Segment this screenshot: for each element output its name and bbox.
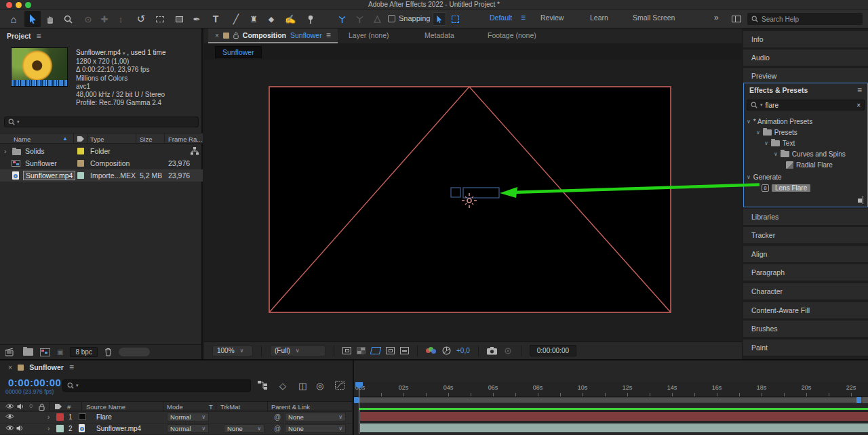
column-number[interactable]: # [67, 403, 71, 411]
search-options-dropdown-icon[interactable]: ▾ [76, 383, 79, 388]
eraser-tool-icon[interactable]: ◆ [263, 11, 279, 27]
frame-blending-icon[interactable]: ◫ [298, 381, 307, 391]
comp-mini-flowchart-icon[interactable] [258, 381, 269, 390]
layer-expand-icon[interactable]: › [47, 413, 50, 421]
metadata-tab[interactable]: Metadata [425, 31, 454, 39]
current-timecode[interactable]: 0:00:00:00 [8, 377, 61, 388]
zoom-tool-icon[interactable] [60, 11, 76, 27]
channel-settings-icon[interactable] [426, 347, 437, 355]
work-area-start-handle[interactable] [354, 397, 359, 403]
mask-visibility-icon[interactable] [370, 347, 381, 354]
trash-icon[interactable] [104, 348, 112, 356]
pan-camera-tool-icon[interactable]: ✚ [96, 11, 113, 27]
snap-options-icon[interactable] [448, 12, 462, 26]
layer-row-sunflower[interactable]: › 2 Sunflower.mp4 Normal ∨ None ∨ @ None… [0, 423, 352, 434]
panel-tab-character[interactable]: Character [743, 283, 868, 299]
motion-blur-icon[interactable]: ◎ [316, 381, 323, 391]
expand-icon[interactable]: › [4, 147, 7, 155]
panel-tab-info[interactable]: Info [743, 31, 868, 47]
bit-depth-button[interactable]: 8 bpc [70, 347, 97, 357]
effects-panel-title[interactable]: Effects & Presets [749, 86, 808, 94]
graph-editor-icon[interactable] [335, 381, 345, 390]
layer-row-flare[interactable]: › 1 Flare Normal ∨ @ None ∨ [0, 412, 352, 423]
panel-tab-content-aware-fill[interactable]: Content-Aware Fill [743, 302, 868, 318]
tree-item-curves-and-spins-folder[interactable]: ∨ Curves and Spins [744, 148, 867, 159]
search-options-dropdown-icon[interactable]: ▾ [17, 119, 20, 125]
rectangle-tool-icon[interactable] [171, 11, 187, 27]
panel-tab-align[interactable]: Align [743, 246, 868, 262]
footage-tab[interactable]: Footage (none) [488, 31, 536, 39]
label-column-icon[interactable] [77, 136, 85, 142]
comp-marker-bin[interactable] [863, 397, 868, 403]
fast-previews-icon[interactable] [342, 347, 351, 354]
new-folder-icon[interactable] [23, 348, 33, 356]
footage-name-dropdown-icon[interactable]: ▾ [123, 51, 125, 56]
show-snapshot-icon[interactable] [503, 347, 513, 355]
column-type[interactable]: Type [90, 136, 104, 143]
project-tab-label[interactable]: Project [7, 32, 31, 40]
column-trkmat[interactable]: TrkMat [220, 403, 240, 411]
layer-audio-icon[interactable] [16, 425, 24, 432]
lock-column-icon[interactable] [39, 403, 45, 411]
pen-tool-icon[interactable]: ✒ [189, 11, 205, 27]
parent-link-dropdown[interactable]: None ∨ [285, 413, 346, 421]
layer-duration-bar-sunflower[interactable] [359, 423, 868, 433]
composition-tab[interactable]: × Composition Sunflower ≡ [208, 28, 338, 43]
search-options-dropdown-icon[interactable]: ▾ [760, 102, 763, 108]
layer-expand-icon[interactable]: › [47, 425, 50, 432]
panel-tab-paragraph[interactable]: Paragraph [743, 264, 868, 281]
layer-visibility-icon[interactable] [5, 425, 14, 431]
workspace-overflow-icon[interactable]: » [714, 13, 719, 22]
footage-thumbnail[interactable] [11, 47, 68, 87]
workspace-switcher-icon[interactable] [730, 11, 743, 27]
roto-brush-tool-icon[interactable]: ✍ [282, 11, 298, 27]
chevron-down-icon[interactable]: ∨ [774, 151, 778, 157]
tree-item-lens-flare-effect[interactable]: 8 Lens Flare [744, 182, 867, 193]
resolution-dropdown[interactable]: (Full) ∨ [270, 346, 326, 356]
workspace-tab-small-screen[interactable]: Small Screen [633, 14, 675, 22]
hand-tool-icon[interactable] [42, 11, 58, 27]
column-parent-link[interactable]: Parent & Link [271, 403, 310, 411]
proxy-icon[interactable]: ▣ [57, 348, 63, 356]
solo-column-icon[interactable]: ○ [29, 402, 33, 409]
unlock-icon[interactable] [233, 32, 239, 39]
preview-timecode[interactable]: 0:00:00:00 [530, 345, 576, 356]
timeline-search-input[interactable]: ▾ [62, 379, 251, 392]
type-tool-icon[interactable]: T [208, 11, 224, 27]
world-axis-mode-icon[interactable] [351, 11, 368, 27]
column-name[interactable]: Name [14, 136, 31, 143]
tree-item-presets-folder[interactable]: ∨ Presets [744, 127, 867, 138]
close-tab-icon[interactable]: × [8, 363, 12, 371]
local-axis-mode-icon[interactable] [334, 11, 350, 27]
sort-ascending-icon[interactable]: ▲ [62, 136, 68, 142]
guides-options-icon[interactable] [400, 347, 409, 354]
label-color-swatch[interactable] [77, 160, 84, 167]
exposure-icon[interactable] [442, 346, 451, 355]
exposure-value[interactable]: +0,0 [456, 347, 470, 354]
work-area-end-handle[interactable] [856, 397, 861, 403]
view-axis-mode-icon[interactable] [369, 11, 385, 27]
label-color-swatch[interactable] [77, 172, 84, 179]
panel-menu-icon[interactable]: ≡ [69, 362, 74, 372]
brush-tool-icon[interactable]: ╱ [228, 11, 244, 27]
time-ruler[interactable]: 00s 02s 04s 06s 08s 10s 12s 14s 16s 18s … [354, 382, 868, 397]
orbit-camera-tool-icon[interactable]: ⊙ [80, 11, 96, 27]
help-search-input[interactable]: Search Help [747, 13, 863, 25]
dolly-camera-tool-icon[interactable]: ↕ [113, 11, 129, 27]
snapping-toggle[interactable]: Snapping [388, 14, 431, 22]
snapping-checkbox[interactable] [388, 15, 395, 22]
region-of-interest-icon[interactable] [386, 347, 395, 354]
layer-name[interactable]: Flare [96, 413, 112, 421]
video-column-icon[interactable] [5, 403, 14, 409]
workspace-menu-icon[interactable]: ≡ [521, 13, 526, 22]
blend-mode-dropdown[interactable]: Normal ∨ [167, 424, 209, 433]
layer-label-swatch[interactable] [56, 425, 64, 432]
label-column-icon[interactable] [54, 403, 62, 410]
project-row-sunflower-comp[interactable]: Sunflower Composition 23,976 [0, 157, 203, 169]
close-tab-icon[interactable]: × [215, 32, 219, 39]
project-row-sunflower-mp4[interactable]: Sunflower.mp4 Importe...MEX 5,2 MB 23,97… [0, 169, 203, 182]
new-composition-icon[interactable] [40, 348, 50, 356]
tree-item-generate-category[interactable]: ∨ Generate [744, 171, 867, 182]
column-mode[interactable]: Mode [167, 403, 183, 411]
chevron-down-icon[interactable]: ∨ [756, 129, 760, 136]
